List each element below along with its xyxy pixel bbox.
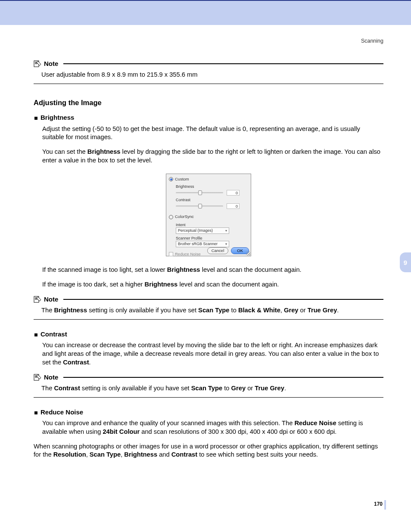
- section-heading: Adjusting the Image: [34, 98, 383, 107]
- chapter-tab: 9: [400, 252, 411, 272]
- para-brightness-3: If the scanned image is too light, set a…: [42, 266, 383, 274]
- text: to see which setting best suits your nee…: [197, 451, 318, 458]
- text: setting is only available if you have se…: [87, 307, 198, 314]
- text: The: [41, 385, 54, 392]
- bullet-contrast: Contrast: [34, 330, 383, 339]
- text: or: [246, 385, 255, 392]
- combo-value: Perceptual (Images): [178, 228, 213, 233]
- label-intent: Intent: [176, 222, 248, 227]
- slider-brightness[interactable]: [176, 192, 223, 193]
- text-bold: Contrast: [54, 385, 80, 392]
- text: ,: [280, 307, 284, 314]
- para-brightness-1: Adjust the setting (-50 to 50) to get th…: [42, 125, 383, 142]
- text: level and scan the document again.: [177, 281, 279, 288]
- note-end-rule: [34, 84, 383, 84]
- text: setting is only available if you have se…: [80, 385, 191, 392]
- page-number-accent: [384, 500, 386, 510]
- note-icon: [34, 374, 41, 381]
- note-block-contrast: Note The Contrast setting is only availa…: [34, 373, 383, 398]
- text-bold: Contrast: [63, 359, 89, 366]
- combo-profile[interactable]: Brother sRGB Scanner▾: [176, 241, 229, 247]
- text-bold: Contrast: [171, 451, 197, 458]
- bullet-square-icon: [34, 411, 37, 414]
- label-scanner-profile: Scanner Profile: [176, 236, 248, 241]
- text: and scan resolutions of 300 x 300 dpi, 4…: [140, 428, 336, 435]
- bullet-reduce-noise: Reduce Noise: [34, 408, 383, 417]
- chevron-updown-icon: ▾: [225, 228, 227, 233]
- para-contrast: You can increase or decrease the contras…: [42, 341, 383, 367]
- text: .: [284, 385, 286, 392]
- slider-contrast[interactable]: [176, 205, 223, 207]
- bullet-square-icon: [34, 117, 37, 120]
- combo-intent[interactable]: Perceptual (Images)▾: [176, 227, 229, 234]
- text-bold: Brightness: [54, 307, 87, 314]
- text-bold: Brightness: [124, 451, 157, 458]
- chevron-updown-icon: ▾: [225, 241, 227, 247]
- bullet-label-reduce: Reduce Noise: [40, 408, 83, 417]
- note-text-contrast: The Contrast setting is only available i…: [41, 384, 383, 393]
- combo-value: Brother sRGB Scanner: [178, 241, 218, 247]
- note-icon: [34, 60, 41, 67]
- para-reduce-noise: You can improve and enhance the quality …: [42, 419, 383, 436]
- bullet-label-contrast: Contrast: [40, 330, 67, 339]
- radio-label: ColorSync: [175, 214, 194, 220]
- text: .: [89, 359, 91, 366]
- note-end-rule: [34, 319, 383, 320]
- para-brightness-2: You can set the Brightness level by drag…: [42, 148, 383, 165]
- para-summary: When scanning photographs or other image…: [34, 442, 383, 460]
- text: ,: [86, 451, 90, 458]
- text-bold: True Grey: [308, 307, 337, 314]
- label-brightness: Brightness: [176, 184, 248, 189]
- radio-custom[interactable]: Custom: [169, 177, 189, 182]
- text-bold: True Grey: [255, 385, 284, 392]
- slider-thumb[interactable]: [198, 204, 202, 208]
- text: .: [337, 307, 339, 314]
- page-header-category: Scanning: [0, 38, 411, 44]
- text-bold: Black & White: [238, 307, 280, 314]
- radio-dot-icon: [169, 215, 173, 219]
- label-contrast: Contrast: [176, 197, 248, 202]
- page-number: 170: [374, 501, 383, 507]
- radio-dot-selected-icon: [169, 177, 173, 181]
- text-bold: Grey: [231, 385, 246, 392]
- note-label: Note: [44, 373, 58, 382]
- note-label: Note: [44, 295, 58, 304]
- text-bold: Brightness: [167, 266, 200, 273]
- text-bold: Grey: [284, 307, 298, 314]
- text-bold: Scan Type: [90, 451, 121, 458]
- text: If the scanned image is too light, set a…: [42, 266, 167, 273]
- text-bold: Brightness: [87, 148, 121, 155]
- text-bold: 24bit Colour: [103, 428, 140, 435]
- note-text-size: User adjustable from 8.9 x 8.9 mm to 215…: [41, 71, 383, 79]
- note-rule: [63, 377, 383, 378]
- text-bold: Resolution: [53, 451, 86, 458]
- text: to: [230, 307, 238, 314]
- text-bold: Brightness: [145, 281, 178, 288]
- text: to: [222, 385, 231, 392]
- slider-thumb[interactable]: [198, 190, 202, 195]
- checkbox-label: Reduce Noise: [175, 252, 201, 257]
- note-label: Note: [44, 59, 58, 68]
- text: level and scan the document again.: [200, 266, 302, 273]
- text: If the image is too dark, set a higher: [42, 281, 145, 288]
- note-end-rule: [34, 397, 383, 398]
- radio-colorsync[interactable]: ColorSync: [169, 214, 194, 220]
- cancel-button[interactable]: Cancel: [207, 247, 229, 254]
- input-brightness-value[interactable]: 0: [227, 190, 240, 196]
- text: You can improve and enhance the quality …: [42, 420, 294, 426]
- radio-label: Custom: [175, 177, 189, 182]
- bullet-square-icon: [34, 333, 37, 336]
- text-bold: Scan Type: [191, 385, 222, 392]
- note-text-brightness: The Brightness setting is only available…: [41, 306, 383, 315]
- text: The: [41, 307, 54, 314]
- text: You can increase or decrease the contras…: [42, 342, 379, 366]
- checkbox-icon: [169, 252, 173, 256]
- note-icon: [34, 296, 41, 303]
- input-contrast-value[interactable]: 0: [227, 203, 240, 209]
- text-bold: Scan Type: [198, 307, 229, 314]
- note-rule: [63, 63, 383, 64]
- resize-grip-icon[interactable]: [246, 251, 250, 255]
- note-block-brightness: Note The Brightness setting is only avai…: [34, 295, 383, 320]
- para-brightness-4: If the image is too dark, set a higher B…: [42, 280, 383, 289]
- text: or: [299, 307, 308, 314]
